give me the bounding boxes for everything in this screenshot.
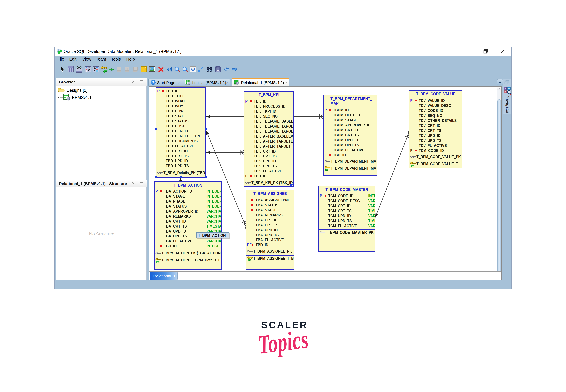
- svg-text:?: ?: [152, 81, 154, 84]
